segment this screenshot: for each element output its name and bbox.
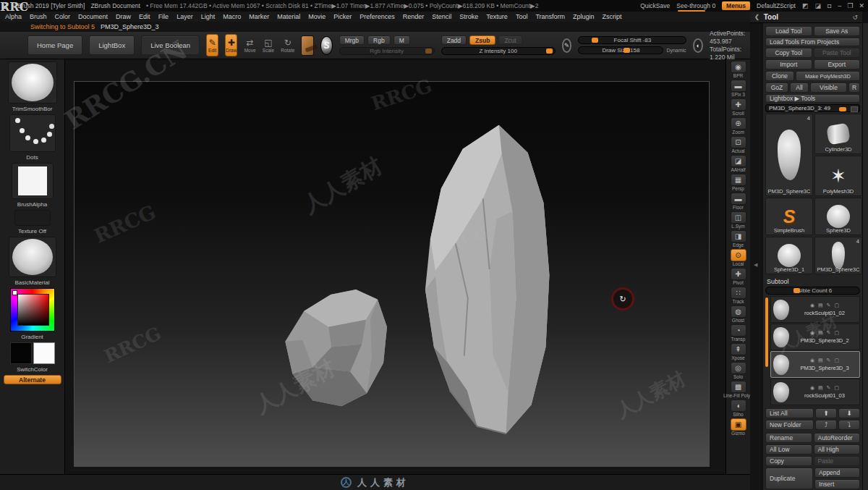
goz-visible-button[interactable]: Visible — [810, 83, 847, 93]
uv-icon[interactable]: ▢ — [834, 330, 839, 336]
switch-color-widget[interactable] — [10, 342, 55, 364]
shelf-button[interactable]: ◨ Edge — [728, 230, 749, 248]
live-boolean-button[interactable]: Live Boolean — [141, 35, 200, 55]
lightbox-button[interactable]: LightBox — [89, 35, 135, 55]
pen-cursor-icon[interactable]: ◪ — [814, 2, 821, 9]
insert-button[interactable]: Insert — [814, 479, 860, 489]
move-mode-button[interactable]: ⇄ Move — [244, 34, 255, 56]
shelf-button[interactable]: ◖ Silho — [728, 400, 749, 418]
shelf-button[interactable]: ▬ Floor — [728, 193, 749, 211]
menu-item[interactable]: Material — [277, 13, 300, 20]
shelf-button[interactable]: ⊡ Actual — [728, 136, 749, 154]
panel-divider[interactable]: ◀ — [750, 23, 763, 490]
edit-mode-button[interactable]: ✎ Edit — [206, 34, 218, 56]
panel-scrollbar[interactable] — [862, 23, 868, 490]
polypaint-icon[interactable]: ▤ — [818, 385, 823, 391]
current-stroke-thumbnail[interactable] — [9, 114, 56, 152]
secondary-color-swatch[interactable] — [33, 342, 55, 364]
polypaint-icon[interactable]: ▤ — [818, 330, 823, 336]
import-button[interactable]: Import — [765, 59, 812, 69]
shelf-button[interactable]: ◎ Solo — [728, 362, 749, 380]
scale-mode-button[interactable]: ◱ Scale — [263, 34, 274, 56]
subtool-row[interactable]: ◉ ▤ ✎ ▢ rockSculpt01_02 — [770, 296, 860, 323]
rgb-button[interactable]: Rgb — [367, 35, 391, 45]
load-tools-from-projects-button[interactable]: Load Tools From Projects — [765, 38, 860, 46]
zcut-button[interactable]: Zcut — [498, 35, 522, 45]
palette-cycle-icon[interactable]: ↺ — [852, 14, 858, 21]
shelf-button[interactable]: ∷ Track — [728, 287, 749, 305]
make-polymesh3d-button[interactable]: Make PolyMesh3D — [796, 71, 860, 81]
tool-item-rock-small[interactable]: 4 PM3D_Sphere3C — [814, 237, 862, 274]
goz-r-button[interactable]: R — [848, 83, 860, 93]
see-through-slider[interactable]: See-through 0 — [676, 2, 715, 9]
autoreorder-button[interactable]: AutoReorder — [814, 433, 861, 443]
menu-item[interactable]: File — [158, 13, 169, 20]
shelf-button[interactable]: ▦ Persp — [728, 174, 749, 192]
menu-item[interactable]: Color — [55, 13, 71, 20]
menu-item[interactable]: Marker — [249, 13, 269, 20]
tool-item-sphere3d-1[interactable]: Sphere3D_1 — [765, 237, 813, 274]
menu-item[interactable]: Render — [403, 13, 425, 20]
menus-button[interactable]: Menus — [722, 1, 750, 10]
minimize-button[interactable]: – — [838, 2, 841, 9]
subtool-row[interactable]: ◉ ▤ ✎ ▢ rockSculpt01_03 — [770, 379, 860, 405]
tool-item-sphere3d[interactable]: Sphere3D — [814, 198, 862, 235]
draw-mode-button[interactable]: ✚ Draw — [225, 34, 237, 56]
uv-icon[interactable]: ▢ — [834, 385, 839, 391]
all-low-button[interactable]: All Low — [765, 444, 812, 455]
folder-down-button[interactable]: ⤵ — [838, 420, 860, 430]
menu-item[interactable]: Movie — [308, 13, 326, 20]
shelf-button[interactable]: ⊕ Zoom — [728, 117, 749, 135]
menu-item[interactable]: Tool — [516, 13, 528, 20]
menu-item[interactable]: Macro — [223, 13, 241, 20]
dynamic-toggle[interactable]: Dynamic — [666, 48, 686, 53]
visibility-eye-icon[interactable]: ◉ — [810, 358, 814, 363]
sculpt-brush-icon[interactable]: ✎ — [827, 358, 831, 363]
quicksave-button[interactable]: QuickSave — [640, 2, 670, 9]
list-all-button[interactable]: List All — [765, 408, 814, 418]
copy-button[interactable]: Copy — [765, 456, 812, 466]
menu-item[interactable]: Zscript — [603, 13, 622, 20]
document-area[interactable]: ↻ — [74, 81, 710, 467]
shelf-button[interactable]: ◔ Transp — [728, 324, 749, 342]
menu-item[interactable]: Brush — [30, 13, 47, 20]
shelf-button[interactable]: ▩ Line-Fill PolyF — [728, 381, 749, 399]
shelf-button[interactable]: ◍ Ghost — [728, 305, 749, 324]
zsub-button[interactable]: Zsub — [469, 35, 495, 45]
shelf-button[interactable]: ✚ Pivot — [728, 268, 749, 286]
focal-shift-slider[interactable]: Focal Shift -83 — [578, 36, 686, 44]
visibility-eye-icon[interactable]: ◉ — [810, 330, 814, 336]
menu-item[interactable]: Alpha — [5, 13, 22, 20]
sculpt-brush-icon[interactable]: ✎ — [827, 330, 831, 336]
new-folder-button[interactable]: New Folder — [765, 420, 814, 430]
main-color-swatch[interactable] — [10, 342, 32, 364]
shelf-button[interactable]: ◫ L.Sym — [728, 211, 749, 229]
current-material-thumbnail[interactable] — [9, 237, 56, 277]
close-button[interactable]: ✕ — [859, 2, 864, 9]
paste-button[interactable]: Paste — [814, 456, 861, 466]
paste-tool-button[interactable]: Paste Tool — [814, 48, 861, 58]
menu-item[interactable]: Light — [201, 13, 216, 20]
current-texture-thumbnail[interactable] — [14, 210, 51, 226]
menu-item[interactable]: Preferences — [359, 13, 395, 20]
append-button[interactable]: Append — [814, 468, 860, 478]
load-tool-button[interactable]: Load Tool — [765, 26, 812, 36]
uv-icon[interactable]: ▢ — [834, 358, 839, 363]
menu-item[interactable]: Picker — [333, 13, 352, 20]
tool-item-rock-large[interactable]: 4 PM3D_Sphere3C — [765, 114, 813, 196]
divider-collapse-icon[interactable]: ◀ — [754, 262, 757, 268]
uv-icon[interactable]: ▢ — [834, 303, 839, 308]
shelf-button[interactable]: ⇞ Xpose — [728, 343, 749, 361]
default-zscript-button[interactable]: DefaultZScript — [757, 2, 796, 9]
maximize-button[interactable]: ❐ — [847, 2, 853, 9]
menu-item[interactable]: Stroke — [459, 13, 478, 20]
menu-item[interactable]: Transform — [535, 13, 565, 20]
home-page-button[interactable]: Home Page — [27, 35, 82, 55]
tool-item-simplebrush[interactable]: S SimpleBrush — [765, 198, 813, 235]
menu-item[interactable]: Document — [78, 13, 108, 20]
shelf-button[interactable]: ◉ BPR — [728, 61, 749, 79]
menu-item[interactable]: Edit — [139, 13, 150, 20]
export-button[interactable]: Export — [814, 59, 861, 69]
lock-icon[interactable]: ◘ — [827, 2, 831, 9]
visibility-eye-icon[interactable]: ◉ — [810, 303, 814, 308]
